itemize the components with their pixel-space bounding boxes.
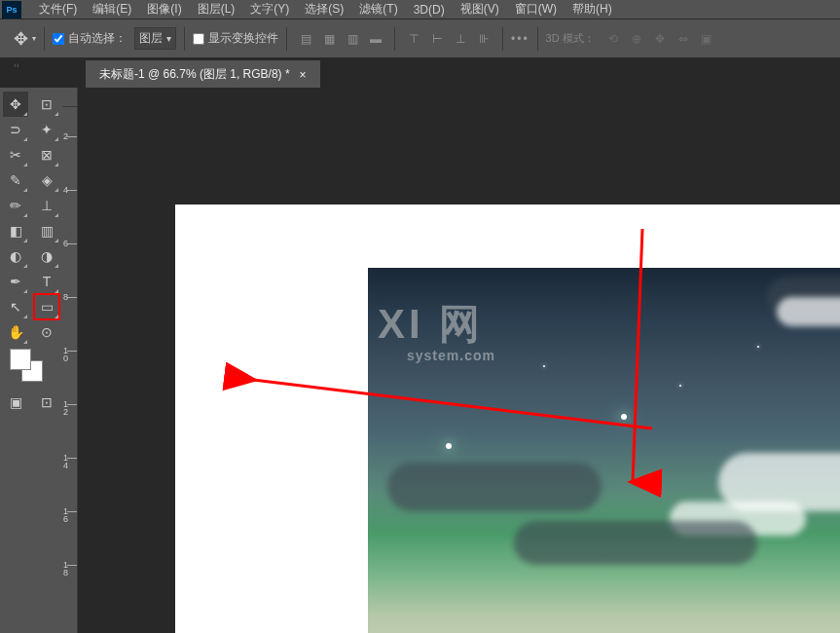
3d-pan-icon[interactable]: ✥: [649, 28, 671, 50]
watermark-main: XI 网: [378, 297, 495, 352]
quick-mask-icon[interactable]: ▣: [7, 390, 25, 415]
workspace: 0246810121416182022242628303234 24681012…: [62, 88, 840, 633]
rectangle-shape-tool[interactable]: ▭: [34, 294, 59, 319]
align-top-icon[interactable]: ⊤: [403, 28, 424, 50]
distribute-icon[interactable]: ⊪: [473, 28, 494, 50]
menu-bar: Ps 文件(F) 编辑(E) 图像(I) 图层(L) 文字(Y) 选择(S) 滤…: [0, 0, 840, 19]
divider: [44, 27, 45, 51]
options-bar: ✥ ▾ 自动选择： 图层 显示变换控件 ▤ ▦ ▥ ▬ ⊤ ⊢ ⊥ ⊪ ••• …: [0, 19, 840, 58]
slice-tool[interactable]: ⊠: [34, 142, 59, 168]
vertical-ruler[interactable]: 24681012141618: [62, 107, 78, 633]
auto-select-input[interactable]: [53, 33, 64, 45]
lasso-tool[interactable]: ⊃: [3, 117, 28, 142]
align-bottom-icon[interactable]: ⊥: [450, 28, 471, 50]
divider: [394, 27, 395, 51]
watermark-sub: system.com: [407, 348, 495, 363]
ruler-tool[interactable]: ◈: [34, 168, 59, 193]
more-options-icon[interactable]: •••: [511, 32, 530, 46]
align-middle-icon[interactable]: ⊢: [426, 28, 448, 50]
document-tabs: ‹‹ 未标题-1 @ 66.7% (图层 1, RGB/8) * ×: [0, 58, 840, 88]
color-swatches[interactable]: [0, 345, 62, 388]
align-justify-icon[interactable]: ▬: [365, 28, 386, 50]
app-icon[interactable]: Ps: [2, 1, 21, 19]
clone-stamp-tool[interactable]: ⊥: [34, 193, 59, 218]
menu-file[interactable]: 文件(F): [31, 0, 85, 19]
brush-tool[interactable]: ✏: [3, 193, 28, 218]
menu-select[interactable]: 选择(S): [297, 0, 351, 19]
align-right-icon[interactable]: ▥: [342, 28, 363, 50]
crop-tool[interactable]: ✂: [3, 142, 28, 168]
divider: [286, 27, 287, 51]
watermark: XI 网 system.com: [378, 297, 495, 363]
align-group: ▤ ▦ ▥ ▬: [295, 28, 386, 50]
3d-orbit-icon[interactable]: ⟲: [603, 28, 624, 50]
hand-tool[interactable]: ✋: [3, 319, 28, 345]
align-center-h-icon[interactable]: ▦: [318, 28, 340, 50]
3d-camera-icon[interactable]: ▣: [696, 28, 717, 50]
menu-type[interactable]: 文字(Y): [242, 0, 297, 19]
menu-filter[interactable]: 滤镜(T): [351, 0, 405, 19]
divider: [537, 27, 538, 51]
show-transform-input[interactable]: [193, 33, 204, 45]
3d-roll-icon[interactable]: ⊕: [626, 28, 647, 50]
quick-select-tool[interactable]: ✦: [34, 117, 59, 142]
divider: [184, 27, 185, 51]
foreground-color[interactable]: [10, 349, 31, 370]
canvas-area[interactable]: XI 网 system.com: [78, 107, 840, 633]
screen-mode-icon[interactable]: ⊡: [37, 390, 55, 415]
divider: [502, 27, 503, 51]
tab-strip-handle-icon[interactable]: ‹‹: [14, 58, 27, 70]
show-transform-checkbox[interactable]: 显示变换控件: [193, 30, 278, 47]
align-left-icon[interactable]: ▤: [295, 28, 316, 50]
move-tool-icon[interactable]: ✥: [14, 28, 28, 50]
zoom-tool[interactable]: ⊙: [34, 319, 59, 345]
ruler-origin[interactable]: [62, 88, 78, 107]
path-select-tool[interactable]: ↖: [3, 294, 28, 319]
eyedropper-tool[interactable]: ✎: [3, 168, 28, 193]
tab-close-icon[interactable]: ×: [300, 68, 307, 82]
eraser-tool[interactable]: ◧: [3, 218, 28, 243]
menu-3d[interactable]: 3D(D): [406, 1, 453, 19]
show-transform-label: 显示变换控件: [208, 30, 278, 47]
auto-select-target[interactable]: 图层: [134, 27, 176, 50]
artboard-tool[interactable]: ⊡: [34, 92, 59, 117]
gradient-tool[interactable]: ▥: [34, 218, 59, 243]
menu-image[interactable]: 图像(I): [139, 0, 189, 19]
type-tool[interactable]: T: [34, 269, 59, 294]
menu-edit[interactable]: 编辑(E): [85, 0, 139, 19]
move-tool[interactable]: ✥: [3, 92, 28, 117]
tool-panel: ✥ ⊡ ⊃ ✦ ✂ ⊠ ✎ ◈ ✏ ⊥ ◧ ▥ ◐ ◑ ✒ T ↖ ▭ ✋ ⊙ …: [0, 88, 62, 633]
distribute-group: ⊤ ⊢ ⊥ ⊪: [403, 28, 494, 50]
menu-window[interactable]: 窗口(W): [507, 0, 565, 19]
menu-view[interactable]: 视图(V): [453, 0, 507, 19]
3d-mode-label: 3D 模式：: [546, 31, 595, 46]
tool-preset-chevron-icon[interactable]: ▾: [32, 34, 36, 43]
document-tab-title: 未标题-1 @ 66.7% (图层 1, RGB/8) *: [99, 66, 290, 83]
layer-image[interactable]: XI 网 system.com: [368, 268, 840, 633]
menu-layer[interactable]: 图层(L): [190, 0, 243, 19]
blur-tool[interactable]: ◐: [3, 243, 28, 269]
auto-select-checkbox[interactable]: 自动选择：: [53, 30, 127, 47]
dodge-tool[interactable]: ◑: [34, 243, 59, 269]
3d-slide-icon[interactable]: ⇔: [673, 28, 694, 50]
auto-select-label: 自动选择：: [68, 30, 127, 47]
menu-help[interactable]: 帮助(H): [565, 0, 620, 19]
3d-mode-group: ⟲ ⊕ ✥ ⇔ ▣: [603, 28, 717, 50]
pen-tool[interactable]: ✒: [3, 269, 28, 294]
document-tab[interactable]: 未标题-1 @ 66.7% (图层 1, RGB/8) * ×: [86, 60, 320, 88]
